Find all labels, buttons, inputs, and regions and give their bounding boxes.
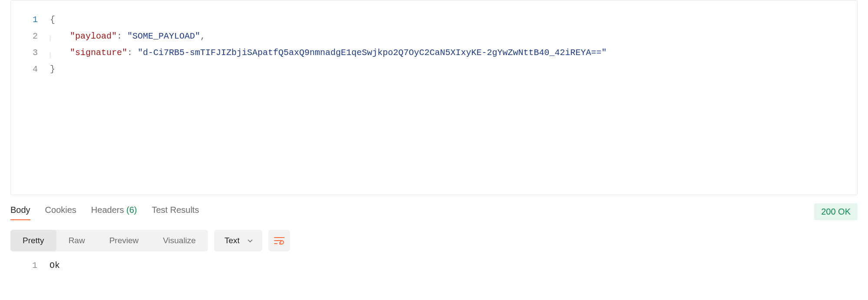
code-line: 3 "signature": "d-Ci7RB5-smTIFJIZbjiSApa… [11,45,857,61]
response-text: Ok [50,258,60,274]
response-tab-row: Body Cookies Headers (6) Test Results 20… [10,203,858,220]
view-mode-group: Pretty Raw Preview Visualize [10,230,208,251]
view-mode-preview[interactable]: Preview [97,230,151,251]
view-mode-pretty[interactable]: Pretty [10,230,56,251]
request-body-editor[interactable]: 1 { 2 "payload": "SOME_PAYLOAD", 3 "sign… [10,0,858,195]
chevron-down-icon [247,237,254,244]
wrap-lines-button[interactable] [268,230,290,251]
response-panel: Body Cookies Headers (6) Test Results 20… [10,203,858,274]
line-number: 2 [11,28,50,45]
line-number: 3 [11,45,50,61]
code-line: 4 } [11,61,857,78]
status-badge: 200 OK [814,203,858,220]
tab-body[interactable]: Body [10,203,30,220]
line-number: 1 [11,12,50,28]
line-number: 4 [11,61,50,78]
response-body-editor[interactable]: 1 Ok [10,258,858,274]
tab-headers[interactable]: Headers (6) [91,203,137,220]
tab-cookies[interactable]: Cookies [45,203,76,220]
headers-count: (6) [126,205,137,215]
view-mode-visualize[interactable]: Visualize [151,230,208,251]
code-text: { [50,12,55,28]
format-dropdown-label: Text [224,236,240,245]
wrap-lines-icon [274,236,285,245]
tab-test-results[interactable]: Test Results [152,203,199,220]
code-line: 2 "payload": "SOME_PAYLOAD", [11,28,857,45]
response-toolbar: Pretty Raw Preview Visualize Text [10,230,858,251]
code-text: } [50,61,55,78]
format-dropdown[interactable]: Text [214,230,262,251]
code-line: 1 { [11,12,857,28]
code-text: "payload": "SOME_PAYLOAD", [50,28,205,45]
tab-headers-label: Headers [91,205,124,215]
code-text: "signature": "d-Ci7RB5-smTIFJIZbjiSApatf… [50,45,607,61]
view-mode-raw[interactable]: Raw [56,230,97,251]
response-line: 1 Ok [10,258,858,274]
code-editor-content[interactable]: 1 { 2 "payload": "SOME_PAYLOAD", 3 "sign… [11,0,857,78]
line-number: 1 [10,258,50,274]
